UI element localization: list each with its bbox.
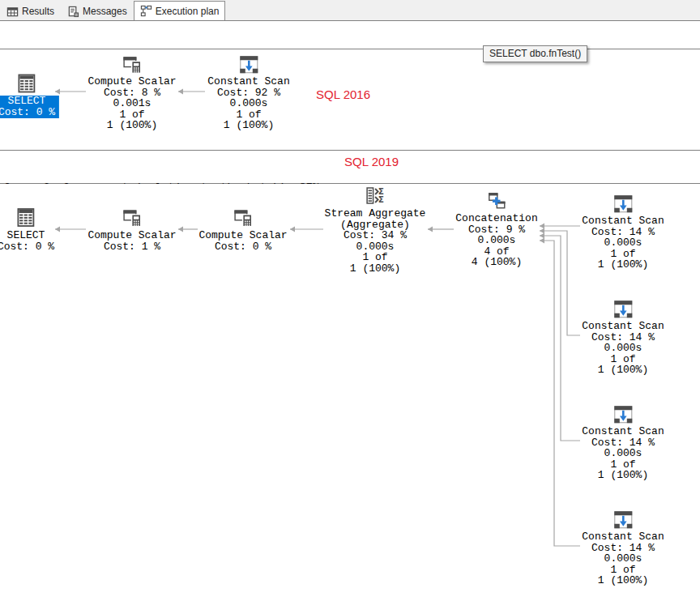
node-label-line: Cost: 0 % — [0, 241, 54, 252]
node-label-block: Compute ScalarCost: 8 %0.001s1 of1 (100%… — [88, 76, 176, 131]
node-label-line: SELECT — [0, 230, 54, 241]
compute-scalar-icon — [122, 207, 143, 228]
node-label-line: 1 of — [582, 565, 664, 576]
node-label-line: 0.000s — [582, 553, 664, 565]
node-label-line: Compute Scalar — [88, 76, 176, 87]
arrowhead — [428, 227, 433, 232]
node-label-line: 1 of — [207, 109, 289, 121]
plan-node-constant-scan[interactable]: Constant ScanCost: 14 %0.000s1 of1 (100%… — [582, 403, 664, 481]
node-label-line: Cost: 0 % — [0, 107, 55, 118]
node-label-line: 1 of — [325, 252, 426, 263]
results-grid-icon — [6, 6, 19, 18]
concatenation-icon — [486, 190, 507, 211]
plan-node-compute-scalar[interactable]: Compute ScalarCost: 8 %0.001s1 of1 (100%… — [88, 53, 176, 131]
plan-node-compute-scalar[interactable]: Compute ScalarCost: 1 % — [88, 207, 176, 252]
node-label-line: 1 (100%) — [582, 259, 664, 271]
node-label-line: Cost: 92 % — [207, 87, 289, 99]
arrowhead — [540, 233, 544, 239]
compute-scalar-icon — [233, 207, 254, 228]
node-label-line: 4 of — [455, 246, 537, 258]
execution-plan-window: Results Messages Execution plan Query 1:… — [0, 0, 700, 601]
node-label-line: Cost: 14 % — [582, 332, 664, 343]
result-grid-icon — [15, 207, 36, 228]
node-label-block: ConcatenationCost: 9 %0.000s4 of4 (100%) — [455, 213, 537, 268]
plan-node-constant-scan[interactable]: Constant ScanCost: 14 %0.000s1 of1 (100%… — [582, 298, 664, 376]
constant-scan-icon — [612, 193, 634, 214]
tab-results[interactable]: Results — [0, 2, 61, 20]
node-label-line: (Aggregate) — [325, 219, 426, 230]
node-label-line: Constant Scan — [207, 76, 289, 87]
node-label-line: 0.000s — [582, 343, 664, 354]
results-pane-tabbar: Results Messages Execution plan — [0, 0, 700, 20]
node-label-line: 1 (100%) — [325, 262, 426, 274]
node-label-line: 1 (100%) — [582, 575, 664, 586]
node-label-block: Constant ScanCost: 14 %0.000s1 of1 (100%… — [582, 531, 664, 586]
node-label-block: Constant ScanCost: 14 %0.000s1 of1 (100%… — [582, 321, 664, 376]
node-label-line: Compute Scalar — [198, 230, 287, 241]
tab-messages-label: Messages — [83, 6, 127, 17]
plan-node-select[interactable]: SELECTCost: 0 % — [0, 207, 54, 252]
node-label-line: 1 (100%) — [582, 364, 664, 376]
query1-header: Query 1: Query cost (relative to the bat… — [0, 20, 700, 49]
plan-node-concatenation[interactable]: ConcatenationCost: 9 %0.000s4 of4 (100%) — [455, 190, 537, 268]
node-label-line: Stream Aggregate — [325, 208, 426, 220]
stream-aggregate-icon — [365, 185, 386, 207]
tab-execution-plan[interactable]: Execution plan — [134, 1, 226, 20]
arrowhead — [540, 224, 544, 229]
query2-annotation: SQL 2019 — [344, 155, 399, 168]
node-label-line: 0.000s — [455, 235, 537, 246]
arrowhead — [290, 227, 295, 232]
plan-node-select[interactable]: SELECTCost: 0 % — [0, 73, 59, 118]
node-label-line: Constant Scan — [582, 321, 664, 332]
node-label-line: 1 of — [582, 459, 664, 471]
node-label-line: Constant Scan — [582, 426, 664, 437]
node-label-line: 1 (100%) — [582, 470, 664, 481]
constant-scan-icon — [612, 403, 634, 424]
constant-scan-icon — [238, 53, 259, 75]
arrowhead — [540, 238, 544, 244]
node-label-block: SELECTCost: 0 % — [0, 96, 59, 118]
node-label-line: 1 of — [582, 354, 664, 365]
arrowhead — [55, 227, 60, 232]
node-label-line: 0.000s — [207, 98, 289, 109]
arrowhead — [540, 228, 544, 234]
node-tooltip: SELECT dbo.fnTest() — [483, 45, 587, 62]
node-label-block: Compute ScalarCost: 0 % — [198, 230, 287, 252]
node-label-line: 0.001s — [88, 98, 176, 109]
arrowhead — [178, 89, 183, 95]
node-label-line: 1 (100%) — [207, 120, 289, 131]
node-label-line: Cost: 34 % — [325, 230, 426, 241]
constant-scan-icon — [612, 509, 634, 530]
execution-plan-icon — [140, 5, 152, 17]
node-label-line: Cost: 0 % — [198, 241, 287, 252]
node-label-line: SELECT — [0, 96, 55, 107]
node-label-line: Constant Scan — [582, 531, 664, 543]
node-label-block: Constant ScanCost: 92 %0.000s1 of1 (100%… — [207, 76, 289, 131]
node-label-block: SELECTCost: 0 % — [0, 230, 54, 252]
plan-node-constant-scan[interactable]: Constant ScanCost: 14 %0.000s1 of1 (100%… — [582, 509, 664, 586]
node-label-line: Cost: 8 % — [88, 87, 176, 99]
node-label-line: Concatenation — [455, 213, 537, 224]
node-label-line: Cost: 14 % — [582, 227, 664, 238]
plan-node-constant-scan[interactable]: Constant ScanCost: 14 %0.000s1 of1 (100%… — [582, 193, 664, 271]
plan-connector-arrow — [540, 236, 580, 441]
tab-messages[interactable]: Messages — [61, 2, 134, 20]
node-label-line: Cost: 9 % — [455, 224, 537, 236]
query2-header: Query 2: Query cost (relative to the bat… — [0, 150, 700, 184]
node-label-block: Constant ScanCost: 14 %0.000s1 of1 (100%… — [582, 215, 664, 271]
node-label-line: 0.000s — [582, 237, 664, 249]
plan-node-compute-scalar[interactable]: Compute ScalarCost: 0 % — [198, 207, 287, 252]
constant-scan-icon — [612, 298, 634, 319]
node-label-block: Compute ScalarCost: 1 % — [88, 230, 176, 252]
node-label-line: Cost: 1 % — [88, 241, 176, 252]
arrowhead — [178, 227, 183, 232]
query1-annotation: SQL 2016 — [316, 87, 370, 101]
node-label-line: 0.000s — [582, 448, 664, 459]
tab-results-label: Results — [22, 6, 54, 17]
plan-node-constant-scan[interactable]: Constant ScanCost: 92 %0.000s1 of1 (100%… — [207, 53, 289, 131]
messages-icon — [67, 6, 79, 18]
plan-node-stream-aggregate[interactable]: Stream Aggregate(Aggregate)Cost: 34 %0.0… — [325, 185, 426, 274]
node-label-line: 1 of — [582, 249, 664, 260]
plan-connector-arrow — [540, 241, 580, 546]
node-label-line: 4 (100%) — [455, 257, 537, 268]
